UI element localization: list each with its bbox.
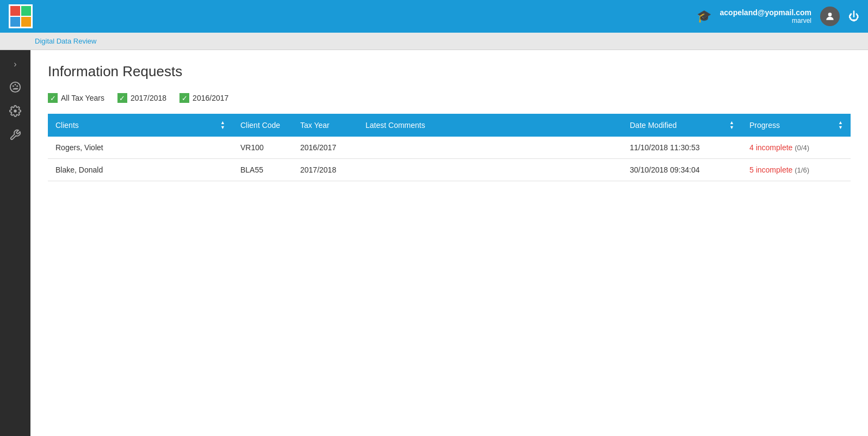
cell-date-2: 30/10/2018 09:34:04 [622,159,742,181]
sort-arrows-date: ▲▼ [729,120,734,130]
filter-2016-2017[interactable]: ✓ 2016/2017 [179,93,228,103]
data-table: Clients ▲▼ Client Code Tax Year Latest C… [48,114,851,181]
col-header-date-modified[interactable]: Date Modified ▲▼ [622,114,742,137]
table-row: Rogers, Violet VR100 2016/2017 11/10/201… [48,137,851,159]
incomplete-link-2[interactable]: 5 incomplete [749,165,792,174]
filter-all-tax-years[interactable]: ✓ All Tax Years [48,93,104,103]
incomplete-count-2: (1/6) [795,166,809,174]
table-row: Blake, Donald BLA55 2017/2018 30/10/2018… [48,159,851,181]
wrench-icon[interactable] [4,124,26,146]
cell-progress-2: 5 incomplete (1/6) [742,159,851,181]
power-icon[interactable]: ⏻ [848,10,859,23]
col-header-progress[interactable]: Progress ▲▼ [742,114,851,137]
cell-client-name-1: Rogers, Violet [48,137,233,159]
sidebar: › [0,50,30,436]
cell-tax-year-2: 2017/2018 [293,159,358,181]
col-header-clients[interactable]: Clients ▲▼ [48,114,233,137]
breadcrumb: Digital Data Review [0,33,868,50]
breadcrumb-label[interactable]: Digital Data Review [35,37,96,45]
col-header-client-code: Client Code [233,114,293,137]
col-header-latest-comments: Latest Comments [358,114,622,137]
cell-comments-2 [358,159,622,181]
checkbox-2017-2018: ✓ [117,93,127,103]
settings-icon[interactable] [4,100,26,122]
incomplete-count-1: (0/4) [795,144,809,152]
cell-client-code-2: BLA55 [233,159,293,181]
app-logo[interactable] [9,4,33,28]
filter-2017-2018[interactable]: ✓ 2017/2018 [117,93,166,103]
user-info: acopeland@yopmail.com marvel [720,8,811,24]
main-layout: › Information Requests [0,50,868,436]
content-area: Information Requests ✓ All Tax Years ✓ 2… [30,50,868,436]
sidebar-toggle[interactable]: › [4,54,26,74]
avatar[interactable] [820,7,840,26]
svg-point-2 [13,85,14,87]
filter-row: ✓ All Tax Years ✓ 2017/2018 ✓ 2016/2017 [48,93,851,103]
cell-client-code-1: VR100 [233,137,293,159]
checkbox-2016-2017: ✓ [179,93,189,103]
svg-point-1 [10,82,20,92]
cell-comments-1 [358,137,622,159]
top-navigation: 🎓 acopeland@yopmail.com marvel ⏻ [0,0,868,33]
svg-point-3 [15,84,16,85]
cell-date-1: 11/10/2018 11:30:53 [622,137,742,159]
sort-arrows-progress: ▲▼ [838,120,843,130]
user-email: acopeland@yopmail.com [720,8,811,17]
svg-point-0 [828,13,832,16]
palette-icon[interactable] [4,76,26,98]
svg-point-4 [16,85,18,87]
incomplete-link-1[interactable]: 4 incomplete [749,143,792,152]
topnav-right: 🎓 acopeland@yopmail.com marvel ⏻ [697,7,859,26]
sort-arrows-clients: ▲▼ [220,120,225,130]
topnav-left [9,4,33,28]
cell-tax-year-1: 2016/2017 [293,137,358,159]
col-header-tax-year: Tax Year [293,114,358,137]
cell-progress-1: 4 incomplete (0/4) [742,137,851,159]
page-title: Information Requests [48,63,851,80]
graduation-icon[interactable]: 🎓 [697,9,711,23]
checkbox-all-tax-years: ✓ [48,93,58,103]
user-org: marvel [720,17,811,24]
cell-client-name-2: Blake, Donald [48,159,233,181]
